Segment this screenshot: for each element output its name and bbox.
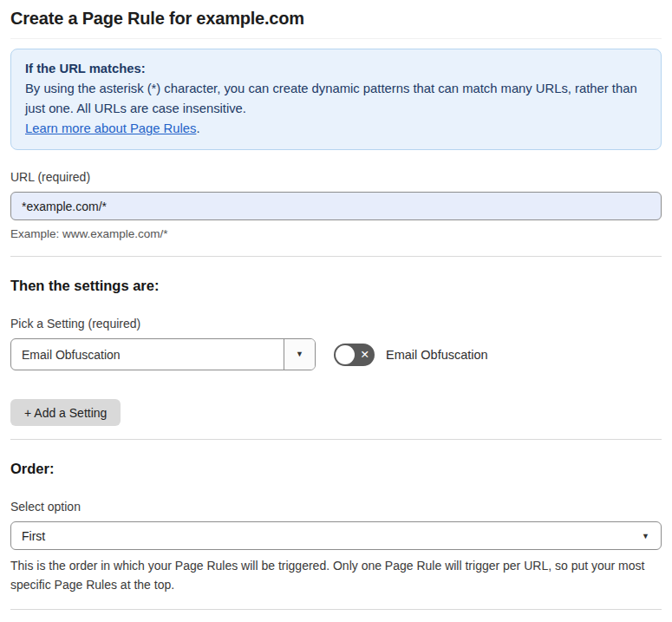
email-obfuscation-toggle[interactable]: ✕	[334, 344, 375, 366]
url-input[interactable]	[10, 192, 662, 220]
url-example-helper: Example: www.example.com/*	[10, 226, 662, 242]
select-option-label: Select option	[10, 499, 662, 514]
url-match-info-box: If the URL matches: By using the asteris…	[10, 49, 662, 150]
section-divider-1	[10, 256, 662, 257]
section-divider-2	[10, 439, 662, 440]
settings-section-heading: Then the settings are:	[10, 276, 662, 295]
select-chevron-down-icon: ▼	[642, 532, 649, 540]
footer-divider	[10, 609, 662, 610]
toggle-off-x-icon: ✕	[361, 349, 369, 360]
setting-dropdown-arrow-button[interactable]: ▼	[284, 339, 315, 370]
info-box-link-line: Learn more about Page Rules.	[25, 119, 647, 139]
setting-dropdown-value[interactable]: Email Obfuscation	[11, 339, 284, 370]
info-box-heading: If the URL matches:	[25, 59, 647, 79]
page-title: Create a Page Rule for example.com	[10, 9, 662, 29]
link-suffix: .	[196, 121, 199, 135]
title-divider	[10, 38, 662, 39]
email-obfuscation-toggle-group: ✕ Email Obfuscation	[334, 344, 488, 366]
order-section-heading: Order:	[10, 459, 662, 478]
setting-dropdown[interactable]: Email Obfuscation ▼	[10, 338, 316, 370]
order-helper-text: This is the order in which your Page Rul…	[10, 556, 662, 594]
learn-more-link[interactable]: Learn more about Page Rules	[25, 121, 196, 135]
setting-row: Email Obfuscation ▼ ✕ Email Obfuscation	[10, 338, 662, 370]
order-select[interactable]: First ▼	[10, 521, 662, 550]
dropdown-arrow-icon: ▼	[296, 350, 303, 358]
order-select-value: First	[22, 529, 45, 543]
add-setting-button[interactable]: + Add a Setting	[10, 399, 121, 426]
create-page-rule-form: Create a Page Rule for example.com If th…	[0, 0, 672, 622]
toggle-knob	[336, 345, 355, 364]
info-box-body: By using the asterisk (*) character, you…	[25, 79, 647, 119]
url-field-label: URL (required)	[10, 169, 662, 185]
pick-setting-label: Pick a Setting (required)	[10, 316, 662, 331]
email-obfuscation-toggle-label: Email Obfuscation	[386, 348, 488, 362]
